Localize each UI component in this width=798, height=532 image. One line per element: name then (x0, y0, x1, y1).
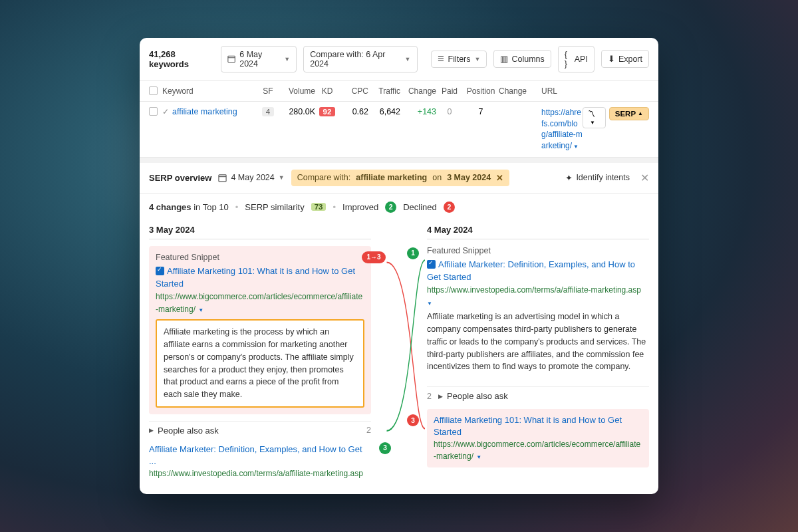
in-top: in Top 10 (194, 202, 229, 212)
result-3-right: 3 Affiliate Marketing 101: What it is an… (427, 409, 649, 467)
filters-button[interactable]: ☰ Filters ▼ (431, 51, 487, 68)
featured-snippet-label: Featured Snippet (427, 246, 649, 255)
paa-position: 2 (366, 426, 371, 435)
col-cpc[interactable]: CPC (339, 86, 368, 96)
col-traffic[interactable]: Traffic (368, 86, 400, 96)
export-button[interactable]: ⬇ Export (601, 50, 649, 68)
serp-compare-grid: 3 May 2024 Featured Snippet Affiliate Ma… (140, 221, 658, 494)
api-icon: { } (565, 50, 571, 68)
expand-icon: ▶ (149, 427, 154, 434)
col-change[interactable]: Change (400, 86, 436, 96)
result-title[interactable]: Affiliate Marketer: Definition, Examples… (427, 259, 635, 282)
paid-value: 0 (436, 107, 463, 116)
api-button[interactable]: { } API (558, 46, 595, 72)
improved-label: Improved (342, 202, 378, 212)
caret-down-icon[interactable]: ▼ (427, 301, 432, 307)
result-title[interactable]: Affiliate Marketer: Definition, Examples… (149, 444, 371, 467)
col-kd[interactable]: KD (315, 86, 339, 96)
position-badge: 1 (407, 247, 419, 259)
export-label: Export (618, 55, 642, 64)
svg-rect-2 (219, 175, 226, 182)
serp-button[interactable]: SERP▲ (609, 107, 649, 120)
compare-chip: Compare with: affiliate marketing on 3 M… (291, 170, 510, 186)
result-3-left: Affiliate Marketer: Definition, Examples… (149, 440, 371, 483)
change-value: +143 (418, 107, 436, 116)
caret-up-icon: ▲ (638, 110, 643, 116)
row-checkbox[interactable] (149, 107, 158, 116)
compare-prefix: Compare with: (297, 173, 351, 182)
caret-down-icon[interactable]: ▼ (197, 307, 203, 313)
compare-keyword: affiliate marketing (356, 173, 427, 182)
date-label: 6 May 2024 (239, 50, 280, 68)
volume-value: 280.0K (279, 107, 315, 116)
col-url[interactable]: URL (531, 86, 583, 96)
top-toolbar: 41,268 keywords 6 May 2024 ▼ Compare wit… (140, 38, 658, 81)
people-also-ask-right[interactable]: 2 ▶ People also ask (427, 386, 649, 405)
compare-picker[interactable]: Compare with: 6 Apr 2024 ▼ (303, 46, 417, 72)
compare-label: Compare with: 6 Apr 2024 (310, 50, 400, 68)
snippet-description: Affiliate marketing is an advertising mo… (427, 311, 649, 373)
featured-icon (156, 267, 164, 275)
col-sf[interactable]: SF (257, 86, 279, 96)
compare-date: 3 May 2024 (447, 173, 491, 182)
sparkle-icon: ✦ (565, 173, 573, 183)
col-paid[interactable]: Paid (436, 86, 463, 96)
changes-summary: 4 changes in Top 10 • SERP similarity 73… (140, 194, 658, 221)
people-also-ask-left[interactable]: ▶ People also ask 2 (149, 421, 371, 440)
result-title[interactable]: Affiliate Marketing 101: What it is and … (434, 414, 642, 438)
chart-button[interactable]: 〽▼ (583, 107, 606, 128)
calendar-icon (218, 174, 227, 182)
position-badge: 3 (407, 414, 419, 426)
keyword-count: 41,268 keywords (149, 49, 214, 69)
sf-badge: 4 (262, 107, 274, 116)
api-label: API (575, 55, 588, 64)
result-title[interactable]: Affiliate Marketing 101: What it is and … (156, 266, 355, 289)
serp-overview-bar: SERP overview 4 May 2024 ▼ Compare with:… (140, 163, 658, 194)
col-keyword[interactable]: Keyword (162, 86, 257, 96)
date-picker[interactable]: 6 May 2024 ▼ (221, 46, 297, 72)
cpc-value: 0.62 (339, 107, 368, 116)
caret-down-icon: ▼ (590, 120, 595, 126)
col-volume[interactable]: Volume (279, 86, 315, 96)
identify-intents-button[interactable]: ✦ Identify intents (565, 173, 630, 183)
filter-icon: ☰ (438, 55, 444, 63)
paa-label: People also ask (158, 426, 219, 436)
app-window: 41,268 keywords 6 May 2024 ▼ Compare wit… (140, 38, 658, 494)
expand-icon: ▶ (438, 393, 443, 400)
result-url[interactable]: https://www.investopedia.com/terms/a/aff… (427, 285, 641, 295)
result-url[interactable]: https://www.investopedia.com/terms/a/aff… (149, 467, 371, 479)
check-icon: ✓ (162, 107, 169, 116)
keyword-link[interactable]: affiliate marketing (172, 107, 237, 116)
columns-icon: ▥ (500, 54, 508, 64)
position-change-badge: 1→3 (362, 251, 386, 263)
paa-position: 2 (427, 392, 432, 401)
snippet-description: Affiliate marketing is the process by wh… (156, 319, 364, 408)
caret-down-icon[interactable]: ▼ (573, 144, 579, 150)
col-change2[interactable]: Change (499, 86, 531, 96)
declined-count: 2 (444, 201, 455, 213)
caret-down-icon[interactable]: ▼ (475, 454, 481, 460)
caret-down-icon: ▼ (279, 174, 285, 181)
similarity-label: SERP similarity (245, 202, 304, 212)
col-position[interactable]: Position (463, 86, 499, 96)
declined-label: Declined (403, 202, 437, 212)
featured-icon (427, 260, 436, 269)
columns-button[interactable]: ▥ Columns (493, 50, 551, 68)
close-panel-button[interactable]: ✕ (640, 172, 649, 184)
clear-compare-button[interactable]: ✕ (496, 173, 503, 183)
result-url[interactable]: https://www.bigcommerce.com/articles/eco… (434, 440, 640, 461)
serp-label: SERP (615, 110, 636, 118)
serp-date-label: 4 May 2024 (231, 173, 274, 182)
left-column: 3 May 2024 Featured Snippet Affiliate Ma… (149, 221, 399, 483)
result-url[interactable]: https://www.bigcommerce.com/articles/eco… (156, 292, 362, 314)
improved-count: 2 (385, 201, 396, 213)
compare-on: on (432, 173, 442, 182)
columns-label: Columns (511, 55, 544, 64)
serp-date-picker[interactable]: 4 May 2024 ▼ (218, 171, 284, 184)
select-all-checkbox[interactable] (149, 86, 158, 95)
export-icon: ⬇ (608, 54, 615, 64)
similarity-value: 73 (311, 203, 327, 211)
caret-down-icon: ▼ (475, 56, 481, 63)
identify-label: Identify intents (576, 173, 630, 182)
table-row: ✓affiliate marketing 4 280.0K 92 0.62 6,… (140, 102, 658, 158)
